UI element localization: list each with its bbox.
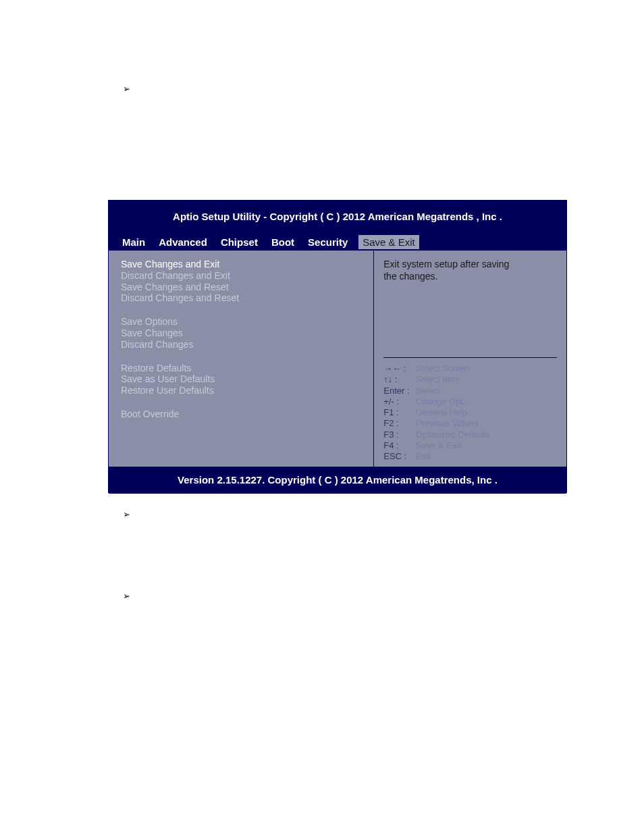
help-description-line1: Exit system setup after saving — [383, 259, 557, 271]
help-description-line2: the changes. — [383, 271, 557, 283]
item-discard-exit[interactable]: Discard Changes and Exit — [121, 270, 361, 282]
tab-advanced[interactable]: Advanced — [156, 236, 210, 249]
key-f1: F1 : — [383, 407, 413, 418]
item-save-changes[interactable]: Save Changes — [121, 328, 361, 339]
key-plusminus: +/- : — [383, 396, 413, 407]
key-arrows-ud-label: Select Item — [416, 374, 460, 384]
key-f3-label: Optimized Defaults — [416, 430, 490, 440]
key-f1-label: General Help — [416, 407, 468, 417]
document-page: ➢ Aptio Setup Utility - Copyright ( C ) … — [0, 0, 644, 832]
key-enter-label: Select — [416, 386, 440, 396]
bios-title: Aptio Setup Utility - Copyright ( C ) 20… — [109, 201, 566, 233]
save-options-header: Save Options — [121, 316, 361, 328]
bios-tabs: Main Advanced Chipset Boot Security Save… — [109, 233, 566, 251]
item-discard-reset[interactable]: Discard Changes and Reset — [121, 292, 361, 304]
item-save-reset[interactable]: Save Changes and Reset — [121, 282, 361, 293]
tab-main[interactable]: Main — [119, 236, 148, 249]
bios-version: Version 2.15.1227. Copyright ( C ) 2012 … — [109, 467, 566, 494]
bios-key-help: →← : Select Screen ↑↓ : Select Item Ente… — [383, 357, 557, 462]
key-f2: F2 : — [383, 418, 413, 429]
tab-boot[interactable]: Boot — [269, 236, 297, 249]
bullet-icon: ➢ — [123, 84, 130, 94]
key-f3: F3 : — [383, 430, 413, 440]
key-enter: Enter : — [383, 386, 413, 396]
key-arrows-ud: ↑↓ : — [383, 374, 413, 385]
bios-right-panel: Exit system setup after saving the chang… — [374, 251, 566, 467]
bios-left-panel: Save Changes and Exit Discard Changes an… — [109, 251, 374, 467]
item-boot-override[interactable]: Boot Override — [121, 409, 361, 420]
key-arrows-lr-label: Select Screen — [416, 363, 471, 373]
key-esc: ESC : — [383, 451, 413, 462]
key-arrows-lr: →← : — [383, 363, 413, 374]
item-restore-user-defaults[interactable]: Restore User Defaults — [121, 385, 361, 396]
tab-save-exit[interactable]: Save & Exit — [358, 235, 419, 249]
tab-security[interactable]: Security — [305, 236, 350, 249]
item-restore-defaults[interactable]: Restore Defaults — [121, 363, 361, 374]
key-f4: F4 : — [383, 440, 413, 451]
key-f2-label: Previous Values — [416, 418, 479, 428]
bios-body: Save Changes and Exit Discard Changes an… — [109, 251, 566, 467]
key-plusminus-label: Change Opt. — [416, 396, 466, 407]
item-save-user-defaults[interactable]: Save as User Defaults — [121, 373, 361, 385]
bullet-icon: ➢ — [123, 509, 130, 519]
tab-chipset[interactable]: Chipset — [218, 236, 261, 249]
item-discard-changes[interactable]: Discard Changes — [121, 339, 361, 350]
key-f4-label: Save & Exit — [416, 440, 461, 450]
bios-window: Aptio Setup Utility - Copyright ( C ) 20… — [108, 200, 567, 493]
key-esc-label: Exit — [416, 451, 431, 461]
bullet-icon: ➢ — [123, 591, 130, 601]
item-save-exit[interactable]: Save Changes and Exit — [121, 259, 361, 270]
